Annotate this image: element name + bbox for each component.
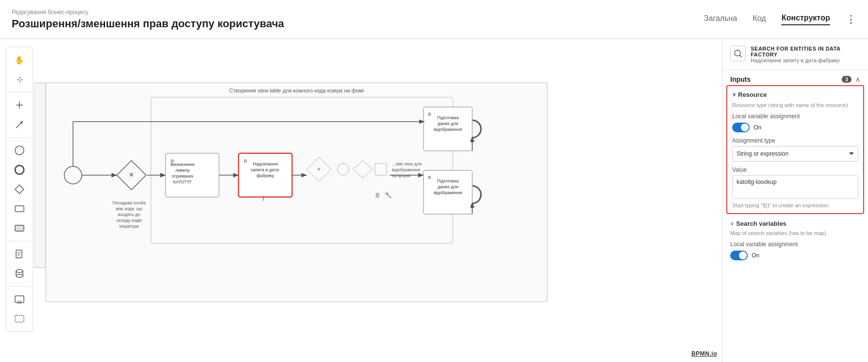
panel-component-title: SEARCH FOR ENTITIES IN DATA FACTORY xyxy=(751,46,860,57)
main-area: ✋ ⊹ xyxy=(0,39,868,362)
svg-text:+: + xyxy=(317,166,320,173)
collapsed-shape-button[interactable] xyxy=(11,219,28,237)
search-var-local-label: Local variable assignment xyxy=(730,241,860,248)
svg-point-4 xyxy=(15,146,24,155)
svg-point-5 xyxy=(15,165,24,174)
svg-text:фабрику: фабрику xyxy=(257,173,275,178)
local-var-label: Local variable assignment xyxy=(732,113,858,120)
header-nav: Загальна Код Конструктор ⋮ xyxy=(704,13,856,26)
svg-line-68 xyxy=(740,55,742,58)
search-variables-header: ∨ Search variables xyxy=(730,220,860,227)
pool-label: Створення view lable для кожного кода юз… xyxy=(229,88,364,93)
resource-type-hint: Resource type (string with name of the r… xyxy=(732,102,858,108)
inputs-label: Inputs xyxy=(730,75,751,83)
svg-text:Посадова особа: Посадова особа xyxy=(112,200,146,205)
svg-text:відображення: відображення xyxy=(434,127,462,132)
svg-text:Підготовка: Підготовка xyxy=(437,179,459,183)
svg-rect-8 xyxy=(15,225,24,231)
panel-header-icon xyxy=(730,46,746,61)
panel-header: SEARCH FOR ENTITIES IN DATA FACTORY Надс… xyxy=(722,39,868,71)
inputs-controls: 3 ∧ xyxy=(842,75,860,83)
toolbar: ✋ ⊹ xyxy=(6,47,33,332)
gateway-shape-button[interactable] xyxy=(11,181,28,198)
group-shape-button[interactable] xyxy=(11,310,28,327)
connect-tool-button[interactable] xyxy=(11,96,28,114)
db-shape-button[interactable] xyxy=(11,265,28,282)
svg-text:КАТОТТГ: КАТОТТГ xyxy=(173,180,192,184)
svg-text:Підготовка: Підготовка xyxy=(437,115,459,120)
svg-text:даних для: даних для xyxy=(438,184,459,189)
value-label: Value xyxy=(732,166,858,173)
assignment-type-label: Assignment type xyxy=(732,137,858,144)
inputs-section-highlighted: ∨ Resource Resource type (string with na… xyxy=(726,85,864,214)
svg-text:⫶: ⫶ xyxy=(261,194,265,202)
search-variables-chevron-icon[interactable]: ∨ xyxy=(730,220,734,227)
search-var-toggle-row: On xyxy=(730,251,860,260)
app-header: Редагування бізнес-процесу Розширення/зм… xyxy=(0,0,868,39)
svg-point-16 xyxy=(16,274,23,277)
svg-rect-20 xyxy=(34,83,46,268)
resource-subsection-header: ∨ Resource xyxy=(732,91,858,98)
svg-text:даних для: даних для xyxy=(438,121,459,126)
tab-general[interactable]: Загальна xyxy=(704,14,737,25)
svg-text:входять до: входять до xyxy=(118,212,140,217)
inputs-chevron-icon[interactable]: ∧ xyxy=(855,75,860,83)
search-variables-section: ∨ Search variables Map of search variabl… xyxy=(722,220,868,269)
svg-marker-6 xyxy=(15,185,24,194)
local-var-on-label: On xyxy=(754,124,761,131)
search-variables-title: Search variables xyxy=(736,220,786,227)
doc-shape-button[interactable] xyxy=(11,245,28,263)
svg-text:...ode view  для: ...ode view для xyxy=(392,162,422,166)
arrow-tool-button[interactable] xyxy=(11,116,28,133)
header-subtitle: Редагування бізнес-процесу xyxy=(12,9,284,16)
search-variables-hint: Map of search variables (has to be map) xyxy=(730,230,860,236)
svg-text:⚙: ⚙ xyxy=(243,159,247,163)
tab-constructor[interactable]: Конструктор xyxy=(781,14,830,25)
svg-point-13 xyxy=(16,270,23,272)
end-event-shape-button[interactable] xyxy=(11,161,28,179)
bpmn-diagram[interactable]: Вис... Ка... до... ви... Створення view … xyxy=(0,39,722,362)
resource-title: Resource xyxy=(738,91,767,98)
svg-rect-17 xyxy=(15,296,24,303)
value-hint: Start typing "${}" to create an expressi… xyxy=(732,202,858,208)
page-title: Розширення/зменшення прав доступу корист… xyxy=(12,18,284,30)
svg-text:🔧: 🔧 xyxy=(385,191,392,199)
value-input[interactable] xyxy=(732,175,858,199)
svg-text:🗑: 🗑 xyxy=(375,192,381,199)
panel-header-text: SEARCH FOR ENTITIES IN DATA FACTORY Надс… xyxy=(751,46,860,63)
svg-text:на формі: на формі xyxy=(392,173,410,178)
inputs-count-badge: 3 xyxy=(842,76,851,83)
bpmn-io-watermark: BPMN.io xyxy=(691,350,717,357)
svg-text:✕: ✕ xyxy=(129,171,134,179)
assignment-type-select[interactable]: String or expressionExpressionScript xyxy=(732,146,858,162)
bpmn-svg: Вис... Ка... до... ви... Створення view … xyxy=(34,44,570,345)
svg-text:складу кодів: складу кодів xyxy=(116,218,142,223)
svg-text:ініціатора: ініціатора xyxy=(119,224,139,229)
svg-text:⚙: ⚙ xyxy=(427,112,431,117)
svg-text:відображення: відображення xyxy=(434,190,462,195)
svg-text:Визначення: Визначення xyxy=(170,162,195,167)
panel-component-subtitle: Надсилання запиту в дата-фабрику xyxy=(751,57,860,63)
resource-chevron-icon[interactable]: ∨ xyxy=(732,91,736,98)
task-shape-button[interactable] xyxy=(11,200,28,217)
right-panel: SEARCH FOR ENTITIES IN DATA FACTORY Надс… xyxy=(722,39,868,362)
more-menu-button[interactable]: ⋮ xyxy=(846,13,856,26)
svg-text:має коди, що: має коди, що xyxy=(116,206,143,211)
toolbar-divider-4 xyxy=(9,286,30,287)
tab-code[interactable]: Код xyxy=(753,14,766,25)
start-event-shape-button[interactable] xyxy=(11,142,28,159)
local-var-toggle[interactable] xyxy=(732,123,750,132)
svg-text:запита в дата-: запита в дата- xyxy=(251,167,280,172)
subprocess-shape-button[interactable] xyxy=(11,290,28,308)
canvas-area: ✋ ⊹ xyxy=(0,39,722,362)
select-tool-button[interactable]: ⊹ xyxy=(11,71,28,88)
hand-tool-button[interactable]: ✋ xyxy=(11,51,28,69)
search-var-toggle[interactable] xyxy=(730,251,748,260)
toolbar-divider-3 xyxy=(9,241,30,241)
local-var-toggle-row: On xyxy=(732,123,858,132)
svg-rect-19 xyxy=(15,315,24,322)
search-var-on-label: On xyxy=(752,252,759,259)
inputs-header-row: Inputs 3 ∧ xyxy=(722,71,868,85)
svg-text:⚙: ⚙ xyxy=(427,175,431,180)
svg-text:відображення: відображення xyxy=(392,167,420,172)
